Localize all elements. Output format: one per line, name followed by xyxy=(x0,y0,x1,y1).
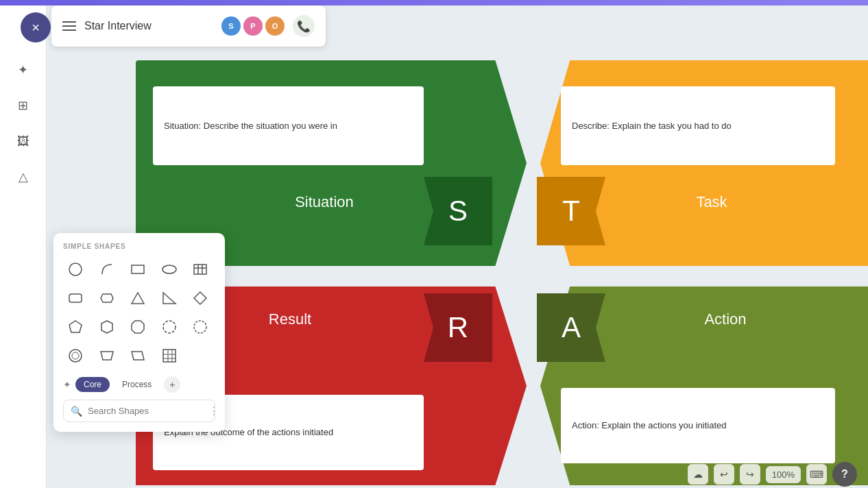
shape-rectangle[interactable] xyxy=(125,257,150,282)
svg-point-15 xyxy=(163,321,176,333)
shape-circle2[interactable] xyxy=(188,315,213,339)
top-progress-bar xyxy=(0,0,868,5)
task-letter: T xyxy=(537,177,605,245)
shape-cylinder[interactable] xyxy=(63,343,88,368)
svg-point-18 xyxy=(72,352,79,359)
svg-marker-10 xyxy=(163,293,176,304)
svg-marker-13 xyxy=(101,321,112,333)
shapes-grid xyxy=(63,257,215,368)
svg-marker-11 xyxy=(194,292,206,304)
situation-label: Situation xyxy=(295,193,354,211)
svg-marker-20 xyxy=(132,352,144,360)
action-label-box: Action xyxy=(629,299,821,340)
shape-grid[interactable] xyxy=(157,343,182,368)
close-button[interactable]: × xyxy=(21,12,51,42)
left-sidebar: ✦ ⊞ 🖼 △ xyxy=(0,0,47,488)
situation-letter: S xyxy=(424,177,492,245)
shape-diamond[interactable] xyxy=(188,286,213,310)
keyboard-icon[interactable]: ⌨ xyxy=(806,464,827,485)
shape-circle[interactable] xyxy=(63,257,88,282)
svg-rect-21 xyxy=(163,350,176,362)
zoom-level[interactable]: 100% xyxy=(766,466,801,483)
redo-button[interactable]: ↪ xyxy=(740,464,760,485)
svg-point-17 xyxy=(69,350,82,362)
action-card: Action: Explain the actions you initiate… xyxy=(561,388,835,463)
tab-core[interactable]: Core xyxy=(75,377,110,392)
star-icon: ✦ xyxy=(63,379,71,390)
shapes-section-label: SIMPLE SHAPES xyxy=(63,243,215,250)
tab-process[interactable]: Process xyxy=(114,377,160,392)
sidebar-shapes-icon[interactable]: ✦ xyxy=(8,55,38,85)
search-row: 🔍 ⋮ xyxy=(63,400,215,422)
avatar-s: S xyxy=(221,16,241,36)
shape-octagon[interactable] xyxy=(125,315,150,339)
svg-marker-8 xyxy=(101,294,113,302)
call-button[interactable]: 📞 xyxy=(293,15,315,37)
app-title: Star Interview xyxy=(84,20,213,32)
shape-arc[interactable] xyxy=(95,257,119,282)
svg-point-2 xyxy=(162,265,176,273)
result-label: Result xyxy=(269,310,311,328)
menu-button[interactable] xyxy=(62,21,76,31)
sidebar-draw-icon[interactable]: △ xyxy=(8,162,38,192)
task-label-box: Task xyxy=(616,178,808,226)
sidebar-image-icon[interactable]: 🖼 xyxy=(8,126,38,156)
bottom-toolbar: ☁ ↩ ↪ 100% ⌨ ? xyxy=(662,461,868,488)
search-options-icon[interactable]: ⋮ xyxy=(208,404,219,417)
svg-marker-9 xyxy=(132,293,144,304)
task-card: Describe: Explain the task you had to do xyxy=(561,86,835,165)
shape-parallelogram[interactable] xyxy=(125,343,150,368)
svg-marker-14 xyxy=(132,321,144,333)
avatar-p: P xyxy=(243,16,263,36)
search-input[interactable] xyxy=(88,406,203,416)
shape-right-triangle[interactable] xyxy=(157,286,182,310)
shape-tabs-row: ✦ Core Process + xyxy=(63,376,215,393)
app-header: Star Interview S P O 📞 xyxy=(51,5,326,47)
svg-marker-12 xyxy=(69,321,82,332)
result-label-box: Result xyxy=(228,299,352,340)
action-letter: A xyxy=(537,293,605,362)
svg-point-0 xyxy=(69,263,82,276)
cloud-icon[interactable]: ☁ xyxy=(688,464,708,485)
shape-table[interactable] xyxy=(188,257,213,282)
result-letter: R xyxy=(424,293,492,362)
situation-label-box: Situation xyxy=(228,178,420,226)
avatar-o: O xyxy=(265,16,285,36)
shape-pentagon[interactable] xyxy=(63,315,88,339)
svg-rect-3 xyxy=(194,265,206,274)
svg-rect-7 xyxy=(69,294,82,302)
undo-button[interactable]: ↩ xyxy=(714,464,734,485)
shape-chamfer-rect[interactable] xyxy=(95,286,119,310)
avatars-group: S P O xyxy=(221,16,285,36)
svg-rect-1 xyxy=(132,265,144,273)
tab-add-button[interactable]: + xyxy=(164,376,180,393)
situation-card: Situation: Describe the situation you we… xyxy=(153,86,424,165)
shape-rounded-hexagon[interactable] xyxy=(157,315,182,339)
shape-trapezoid[interactable] xyxy=(95,343,119,368)
help-button[interactable]: ? xyxy=(832,462,857,487)
search-icon: 🔍 xyxy=(71,406,82,417)
shape-hexagon[interactable] xyxy=(95,315,119,339)
sidebar-grid-icon[interactable]: ⊞ xyxy=(8,90,38,121)
shapes-panel: SIMPLE SHAPES xyxy=(53,233,225,432)
task-label: Task xyxy=(696,193,727,211)
shape-triangle[interactable] xyxy=(125,286,150,310)
action-label: Action xyxy=(704,310,746,328)
svg-point-16 xyxy=(194,321,206,333)
shape-rounded-rect[interactable] xyxy=(63,286,88,310)
shape-ellipse[interactable] xyxy=(157,257,182,282)
svg-marker-19 xyxy=(101,352,113,360)
